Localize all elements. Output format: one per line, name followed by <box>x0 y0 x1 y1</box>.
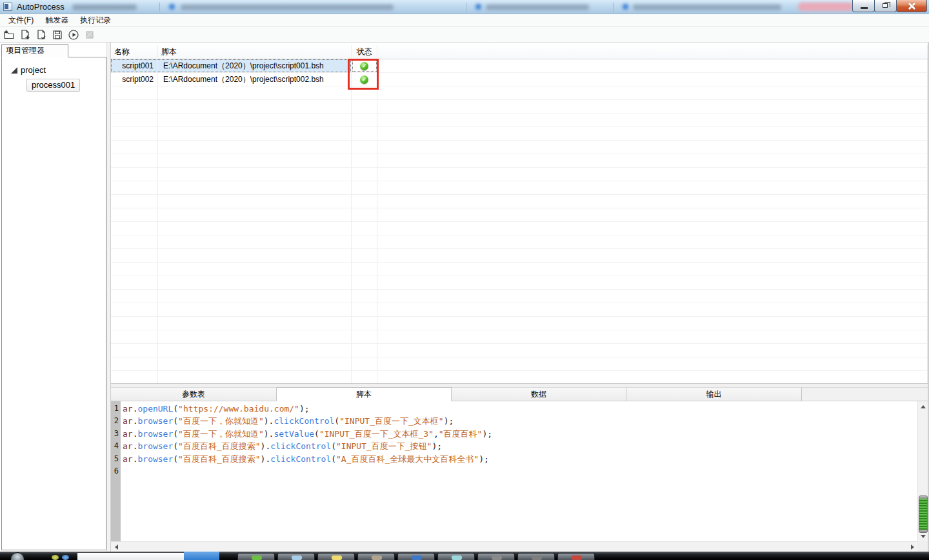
table-row[interactable]: script001E:\ARdocument（2020）\project\scr… <box>111 59 928 73</box>
import-script-icon[interactable] <box>35 28 48 41</box>
cell-filler <box>377 154 928 167</box>
empty-table-row[interactable] <box>111 303 928 317</box>
scroll-up-button[interactable] <box>918 401 928 412</box>
code-token: , <box>434 429 439 439</box>
cell-script: E:\ARdocument（2020）\project\script001.bs… <box>158 59 352 72</box>
empty-table-row[interactable] <box>111 344 928 357</box>
empty-table-row[interactable] <box>111 181 928 195</box>
cell-name <box>111 168 158 181</box>
empty-table-row[interactable] <box>111 141 928 154</box>
menu-item-1[interactable]: 触发器 <box>39 14 74 27</box>
vertical-scrollbar[interactable] <box>917 401 928 541</box>
tree-item-process001[interactable]: process001 <box>26 79 80 92</box>
tree-root-label: project <box>21 65 46 75</box>
cell-status <box>352 222 377 235</box>
empty-table-row[interactable] <box>111 249 928 263</box>
empty-table-row[interactable] <box>111 195 928 208</box>
empty-table-row[interactable] <box>111 100 928 114</box>
scroll-left-button[interactable] <box>111 542 121 552</box>
taskbar-app-button[interactable] <box>557 553 595 560</box>
tray-icon[interactable] <box>52 555 59 560</box>
restore-button[interactable] <box>874 0 897 12</box>
menu-item-0[interactable]: 文件(F) <box>3 14 39 27</box>
empty-table-row[interactable] <box>111 154 928 168</box>
cell-status <box>352 317 377 330</box>
script-editor[interactable]: 1ar.openURL("https://www.baidu.com/");2a… <box>111 401 928 552</box>
taskbar-search-box[interactable] <box>77 553 184 560</box>
scroll-right-button[interactable] <box>907 542 917 552</box>
blurred-tab[interactable] <box>181 5 394 10</box>
column-header-2[interactable]: 脚本 <box>158 45 352 59</box>
table-header: 名称脚本状态 <box>111 45 928 59</box>
cell-name <box>111 100 158 113</box>
column-header-1[interactable]: 名称 <box>111 45 158 59</box>
taskbar-app-button[interactable] <box>357 553 395 560</box>
tab-脚本[interactable]: 脚本 <box>277 387 452 401</box>
new-project-icon[interactable] <box>3 28 15 41</box>
tab-数据[interactable]: 数据 <box>452 387 626 401</box>
empty-table-row[interactable] <box>111 86 928 100</box>
cell-name <box>111 154 158 167</box>
start-button[interactable] <box>10 552 25 560</box>
cell-script <box>158 371 352 383</box>
blurred-tab[interactable] <box>633 5 781 10</box>
empty-table-row[interactable] <box>111 114 928 127</box>
tab-输出[interactable]: 输出 <box>626 387 802 401</box>
empty-table-row[interactable] <box>111 168 928 181</box>
horizontal-scrollbar[interactable] <box>111 541 917 552</box>
empty-table-row[interactable] <box>111 127 928 141</box>
cell-script <box>158 344 352 357</box>
empty-table-row[interactable] <box>111 208 928 222</box>
cell-status <box>352 114 377 126</box>
empty-table-row[interactable] <box>111 330 928 344</box>
cell-name <box>111 235 158 248</box>
tab-参数表[interactable]: 参数表 <box>111 387 277 401</box>
cell-status <box>352 235 377 248</box>
empty-table-row[interactable] <box>111 235 928 249</box>
tab-project-manager[interactable]: 项目管理器 <box>1 44 68 57</box>
cell-name <box>111 330 158 343</box>
tray-icon[interactable] <box>62 555 69 560</box>
table-row[interactable]: script002E:\ARdocument（2020）\project\scr… <box>111 73 928 86</box>
empty-table-row[interactable] <box>111 263 928 276</box>
title-bar: AutoProcess <box>0 0 929 14</box>
empty-table-row[interactable] <box>111 317 928 330</box>
scroll-down-button[interactable] <box>918 531 928 541</box>
new-script-icon[interactable] <box>19 28 32 41</box>
cell-name <box>111 357 158 370</box>
minimize-button[interactable] <box>852 0 875 12</box>
cell-status: ✓ <box>352 73 377 86</box>
cell-script <box>158 222 352 235</box>
cell-script <box>158 154 352 167</box>
empty-table-row[interactable] <box>111 290 928 303</box>
close-button[interactable] <box>896 0 927 12</box>
taskbar-item-active[interactable] <box>184 552 219 560</box>
blurred-tab[interactable] <box>486 5 589 10</box>
taskbar-app-button[interactable] <box>397 553 435 560</box>
code-string: "百度百科" <box>439 429 483 439</box>
empty-table-row[interactable] <box>111 276 928 290</box>
tree-expanded-icon[interactable] <box>11 67 17 74</box>
taskbar-app-button[interactable] <box>477 553 515 560</box>
taskbar-app-button[interactable] <box>277 553 315 560</box>
blurred-badge[interactable] <box>798 3 854 11</box>
empty-table-row[interactable] <box>111 357 928 371</box>
column-header-3[interactable]: 状态 <box>352 45 377 59</box>
taskbar-app-button[interactable] <box>237 553 275 560</box>
empty-table-row[interactable] <box>111 222 928 235</box>
run-icon[interactable] <box>67 28 80 41</box>
taskbar-app-button[interactable] <box>317 553 355 560</box>
vertical-scroll-thumb[interactable] <box>919 495 928 533</box>
cell-filler <box>377 127 928 140</box>
menu-item-2[interactable]: 执行记录 <box>74 14 117 27</box>
blurred-tab[interactable] <box>72 5 137 10</box>
tree-item-project[interactable]: project <box>11 65 106 75</box>
code-line: 6 <box>111 465 917 477</box>
empty-table-row[interactable] <box>111 371 928 383</box>
taskbar-app-button[interactable] <box>517 553 555 560</box>
cell-script <box>158 263 352 275</box>
code-string: "https://www.baidu.com/" <box>178 404 299 414</box>
sidebar-splitter[interactable] <box>106 43 111 552</box>
taskbar-app-button[interactable] <box>437 553 475 560</box>
save-icon[interactable] <box>51 28 64 41</box>
